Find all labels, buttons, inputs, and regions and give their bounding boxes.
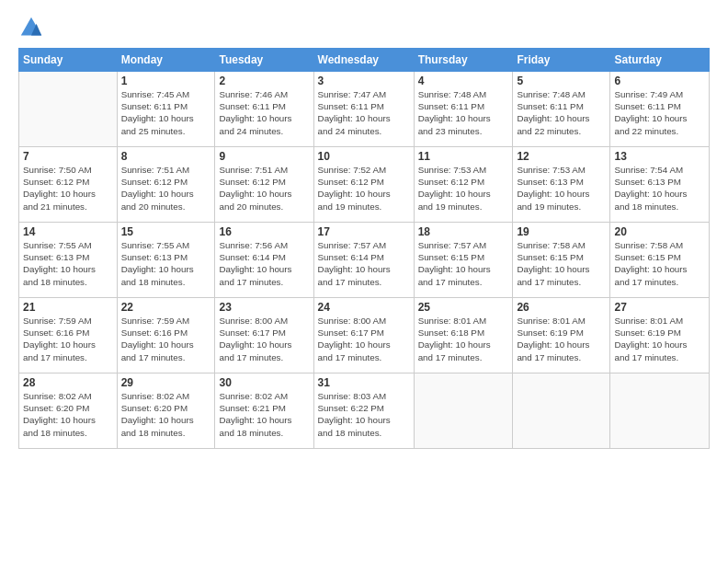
weekday-header-monday: Monday xyxy=(117,49,215,72)
day-number: 3 xyxy=(318,75,410,87)
day-info: Sunrise: 7:51 AM Sunset: 6:12 PM Dayligh… xyxy=(219,164,309,213)
day-number: 10 xyxy=(318,150,410,163)
day-number: 30 xyxy=(219,376,309,389)
header xyxy=(18,15,710,40)
calendar-cell: 18Sunrise: 7:57 AM Sunset: 6:15 PM Dayli… xyxy=(414,223,513,298)
calendar-cell: 16Sunrise: 7:56 AM Sunset: 6:14 PM Dayli… xyxy=(215,223,313,298)
day-number: 12 xyxy=(517,150,606,163)
calendar-cell: 15Sunrise: 7:55 AM Sunset: 6:13 PM Dayli… xyxy=(117,223,215,298)
day-number: 25 xyxy=(418,301,509,314)
calendar-week-1: 1Sunrise: 7:45 AM Sunset: 6:11 PM Daylig… xyxy=(19,72,710,147)
day-number: 28 xyxy=(23,376,113,389)
day-number: 5 xyxy=(517,75,606,87)
day-number: 24 xyxy=(318,301,410,314)
calendar-cell: 1Sunrise: 7:45 AM Sunset: 6:11 PM Daylig… xyxy=(117,72,215,147)
day-number: 2 xyxy=(219,75,309,87)
day-info: Sunrise: 8:00 AM Sunset: 6:17 PM Dayligh… xyxy=(219,315,309,363)
calendar-cell: 2Sunrise: 7:46 AM Sunset: 6:11 PM Daylig… xyxy=(215,72,313,147)
calendar-week-5: 28Sunrise: 8:02 AM Sunset: 6:20 PM Dayli… xyxy=(19,373,710,449)
day-info: Sunrise: 8:01 AM Sunset: 6:18 PM Dayligh… xyxy=(418,315,509,363)
weekday-header-sunday: Sunday xyxy=(19,49,118,72)
day-info: Sunrise: 7:58 AM Sunset: 6:15 PM Dayligh… xyxy=(614,239,705,288)
day-info: Sunrise: 7:48 AM Sunset: 6:11 PM Dayligh… xyxy=(517,88,606,137)
day-info: Sunrise: 7:53 AM Sunset: 6:12 PM Dayligh… xyxy=(418,164,509,213)
weekday-header-thursday: Thursday xyxy=(414,49,513,72)
calendar-cell: 22Sunrise: 7:59 AM Sunset: 6:16 PM Dayli… xyxy=(117,298,215,373)
day-info: Sunrise: 7:51 AM Sunset: 6:12 PM Dayligh… xyxy=(121,164,211,213)
day-number: 8 xyxy=(121,150,211,163)
day-info: Sunrise: 8:01 AM Sunset: 6:19 PM Dayligh… xyxy=(517,315,606,363)
day-info: Sunrise: 7:57 AM Sunset: 6:14 PM Dayligh… xyxy=(318,239,410,288)
calendar-cell: 11Sunrise: 7:53 AM Sunset: 6:12 PM Dayli… xyxy=(414,147,513,223)
calendar-cell: 20Sunrise: 7:58 AM Sunset: 6:15 PM Dayli… xyxy=(610,223,710,298)
day-number: 26 xyxy=(517,301,606,314)
day-info: Sunrise: 7:56 AM Sunset: 6:14 PM Dayligh… xyxy=(219,239,309,288)
weekday-header-friday: Friday xyxy=(513,49,610,72)
day-number: 20 xyxy=(614,225,705,238)
day-info: Sunrise: 8:02 AM Sunset: 6:20 PM Dayligh… xyxy=(23,390,113,439)
day-info: Sunrise: 7:46 AM Sunset: 6:11 PM Dayligh… xyxy=(219,88,309,137)
calendar-cell: 28Sunrise: 8:02 AM Sunset: 6:20 PM Dayli… xyxy=(19,373,118,449)
day-info: Sunrise: 7:57 AM Sunset: 6:15 PM Dayligh… xyxy=(418,239,509,288)
calendar-week-4: 21Sunrise: 7:59 AM Sunset: 6:16 PM Dayli… xyxy=(19,298,710,373)
day-info: Sunrise: 8:01 AM Sunset: 6:19 PM Dayligh… xyxy=(614,315,705,363)
calendar-cell xyxy=(513,373,610,449)
day-number: 18 xyxy=(418,225,509,238)
calendar-cell: 8Sunrise: 7:51 AM Sunset: 6:12 PM Daylig… xyxy=(117,147,215,223)
day-info: Sunrise: 7:45 AM Sunset: 6:11 PM Dayligh… xyxy=(121,88,211,137)
day-number: 21 xyxy=(23,301,113,314)
calendar-cell: 13Sunrise: 7:54 AM Sunset: 6:13 PM Dayli… xyxy=(610,147,710,223)
calendar-cell xyxy=(19,72,118,147)
day-number: 16 xyxy=(219,225,309,238)
calendar-cell: 6Sunrise: 7:49 AM Sunset: 6:11 PM Daylig… xyxy=(610,72,710,147)
calendar-cell: 25Sunrise: 8:01 AM Sunset: 6:18 PM Dayli… xyxy=(414,298,513,373)
calendar-table: SundayMondayTuesdayWednesdayThursdayFrid… xyxy=(18,48,710,449)
calendar-cell xyxy=(610,373,710,449)
weekday-header-tuesday: Tuesday xyxy=(215,49,313,72)
day-info: Sunrise: 8:02 AM Sunset: 6:20 PM Dayligh… xyxy=(121,390,211,439)
day-info: Sunrise: 8:03 AM Sunset: 6:22 PM Dayligh… xyxy=(318,390,410,439)
day-info: Sunrise: 7:47 AM Sunset: 6:11 PM Dayligh… xyxy=(318,88,410,137)
day-number: 1 xyxy=(121,75,211,87)
calendar-cell: 29Sunrise: 8:02 AM Sunset: 6:20 PM Dayli… xyxy=(117,373,215,449)
day-number: 11 xyxy=(418,150,509,163)
calendar-cell: 19Sunrise: 7:58 AM Sunset: 6:15 PM Dayli… xyxy=(513,223,610,298)
calendar-cell: 4Sunrise: 7:48 AM Sunset: 6:11 PM Daylig… xyxy=(414,72,513,147)
weekday-header-wednesday: Wednesday xyxy=(313,49,414,72)
day-number: 9 xyxy=(219,150,309,163)
day-info: Sunrise: 7:55 AM Sunset: 6:13 PM Dayligh… xyxy=(121,239,211,288)
day-number: 29 xyxy=(121,376,211,389)
weekday-header-saturday: Saturday xyxy=(610,49,710,72)
day-number: 15 xyxy=(121,225,211,238)
calendar-cell: 14Sunrise: 7:55 AM Sunset: 6:13 PM Dayli… xyxy=(19,223,118,298)
day-info: Sunrise: 7:48 AM Sunset: 6:11 PM Dayligh… xyxy=(418,88,509,137)
day-number: 23 xyxy=(219,301,309,314)
calendar-week-2: 7Sunrise: 7:50 AM Sunset: 6:12 PM Daylig… xyxy=(19,147,710,223)
day-info: Sunrise: 7:59 AM Sunset: 6:16 PM Dayligh… xyxy=(121,315,211,363)
day-number: 22 xyxy=(121,301,211,314)
calendar-cell: 5Sunrise: 7:48 AM Sunset: 6:11 PM Daylig… xyxy=(513,72,610,147)
calendar-cell: 17Sunrise: 7:57 AM Sunset: 6:14 PM Dayli… xyxy=(313,223,414,298)
day-info: Sunrise: 7:59 AM Sunset: 6:16 PM Dayligh… xyxy=(23,315,113,363)
day-info: Sunrise: 7:54 AM Sunset: 6:13 PM Dayligh… xyxy=(614,164,705,213)
logo-icon xyxy=(18,15,44,40)
calendar-cell: 30Sunrise: 8:02 AM Sunset: 6:21 PM Dayli… xyxy=(215,373,313,449)
day-info: Sunrise: 8:00 AM Sunset: 6:17 PM Dayligh… xyxy=(318,315,410,363)
calendar-cell: 7Sunrise: 7:50 AM Sunset: 6:12 PM Daylig… xyxy=(19,147,118,223)
day-number: 7 xyxy=(23,150,113,163)
day-number: 13 xyxy=(614,150,705,163)
day-number: 6 xyxy=(614,75,705,87)
calendar-cell: 10Sunrise: 7:52 AM Sunset: 6:12 PM Dayli… xyxy=(313,147,414,223)
day-info: Sunrise: 8:02 AM Sunset: 6:21 PM Dayligh… xyxy=(219,390,309,439)
day-info: Sunrise: 7:49 AM Sunset: 6:11 PM Dayligh… xyxy=(614,88,705,137)
day-number: 31 xyxy=(318,376,410,389)
day-number: 4 xyxy=(418,75,509,87)
calendar-cell: 9Sunrise: 7:51 AM Sunset: 6:12 PM Daylig… xyxy=(215,147,313,223)
day-info: Sunrise: 7:53 AM Sunset: 6:13 PM Dayligh… xyxy=(517,164,606,213)
calendar-cell xyxy=(414,373,513,449)
calendar-cell: 3Sunrise: 7:47 AM Sunset: 6:11 PM Daylig… xyxy=(313,72,414,147)
calendar-cell: 12Sunrise: 7:53 AM Sunset: 6:13 PM Dayli… xyxy=(513,147,610,223)
calendar-cell: 26Sunrise: 8:01 AM Sunset: 6:19 PM Dayli… xyxy=(513,298,610,373)
calendar-week-3: 14Sunrise: 7:55 AM Sunset: 6:13 PM Dayli… xyxy=(19,223,710,298)
day-info: Sunrise: 7:55 AM Sunset: 6:13 PM Dayligh… xyxy=(23,239,113,288)
